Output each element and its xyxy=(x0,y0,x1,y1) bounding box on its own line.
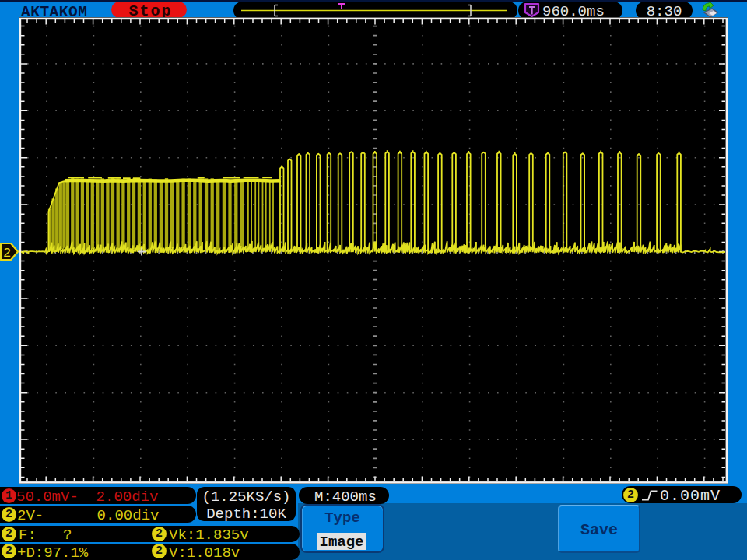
svg-text:2: 2 xyxy=(3,246,11,261)
